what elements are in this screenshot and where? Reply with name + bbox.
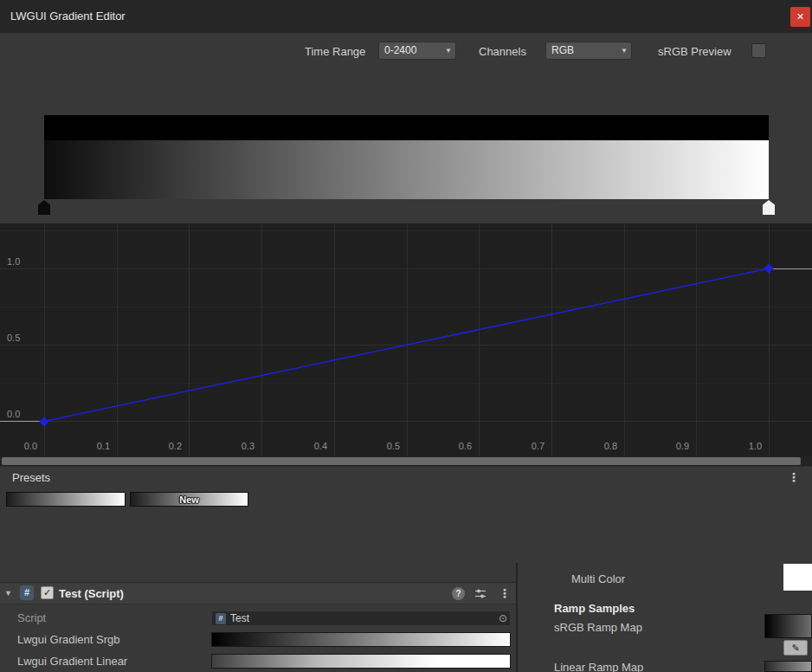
- csharp-script-icon: #: [20, 585, 34, 600]
- component-enabled-checkbox[interactable]: ✓: [41, 586, 54, 599]
- y-tick-label: 0.0: [7, 409, 33, 419]
- srgb-preview-checkbox[interactable]: [751, 43, 766, 58]
- x-tick-label: 0.2: [151, 441, 182, 451]
- preset-gradient-swatch[interactable]: [6, 492, 126, 507]
- x-tick-label: 0.6: [441, 441, 472, 451]
- x-tick-label: 1.0: [731, 441, 762, 451]
- channels-label: Channels: [479, 45, 526, 58]
- x-tick-label: 0.3: [223, 441, 255, 451]
- multi-color-label: Multi Color: [571, 572, 625, 585]
- time-range-value: 0-2400: [384, 44, 416, 56]
- help-icon[interactable]: ?: [452, 587, 465, 600]
- hscrollbar-thumb[interactable]: [2, 457, 801, 465]
- channels-dropdown[interactable]: RGB ▼: [545, 42, 632, 60]
- panel-divider[interactable]: [516, 563, 518, 672]
- x-tick-label: 0.0: [6, 441, 37, 451]
- close-button[interactable]: ×: [790, 7, 810, 27]
- presets-menu-button[interactable]: ⋮: [788, 470, 800, 484]
- x-tick-label: 0.9: [658, 441, 689, 451]
- x-tick-label: 0.8: [586, 441, 617, 451]
- srgb-ramp-label: sRGB Ramp Map: [554, 621, 642, 634]
- component-menu-icon[interactable]: ⋮: [499, 586, 511, 600]
- time-range-dropdown[interactable]: 0-2400 ▼: [378, 42, 456, 60]
- close-icon: ×: [796, 10, 803, 23]
- gradient-color-row[interactable]: [44, 140, 769, 199]
- gradient-srgb-swatch[interactable]: [211, 632, 511, 647]
- y-tick-label: 0.5: [7, 333, 33, 343]
- ramp-samples-label: Ramp Samples: [554, 602, 635, 615]
- multi-color-swatch[interactable]: [783, 564, 812, 591]
- object-picker-icon[interactable]: ⊙: [499, 611, 507, 625]
- dropdown-arrow-icon: ▼: [621, 43, 628, 59]
- gradient-linear-label: Lwgui Gradient Linear: [17, 655, 127, 668]
- window-title: LWGUI Gradient Editor: [10, 10, 126, 23]
- gradient-srgb-label: Lwgui Gradient Srgb: [17, 633, 120, 646]
- gradient-alpha-row[interactable]: [44, 115, 769, 140]
- time-range-label: Time Range: [305, 45, 365, 58]
- x-tick-label: 0.1: [79, 441, 110, 451]
- component-title: Test (Script): [59, 587, 124, 600]
- srgb-preview-label: sRGB Preview: [658, 45, 731, 58]
- grid-minor-lines: [0, 231, 812, 384]
- script-object-name: Test: [230, 612, 249, 624]
- gradient-preview[interactable]: [44, 115, 769, 199]
- title-bar[interactable]: LWGUI Gradient Editor ×: [0, 0, 812, 33]
- linear-ramp-label: Linear Ramp Map: [554, 661, 643, 672]
- foldout-icon[interactable]: ▼: [4, 589, 12, 598]
- presets-label: Presets: [12, 471, 50, 484]
- gradient-key-black[interactable]: [38, 200, 50, 215]
- curve-canvas[interactable]: 1.0 0.5 0.0 0.0 0.1 0.2 0.3 0.4 0.5 0.6 …: [0, 223, 812, 456]
- y-tick-label: 1.0: [7, 256, 33, 267]
- script-row-label: Script: [17, 611, 46, 624]
- presets-header: Presets ⋮: [0, 466, 812, 488]
- gradient-editor-window: LWGUI Gradient Editor × Time Range 0-240…: [0, 0, 812, 672]
- presets-icon[interactable]: [474, 588, 487, 599]
- curve-hscrollbar[interactable]: [0, 456, 812, 466]
- linear-ramp-swatch[interactable]: [764, 661, 812, 672]
- gradient-key-white[interactable]: [763, 200, 775, 215]
- preset-new-label: New: [179, 494, 199, 505]
- grid-major-lines: [0, 223, 812, 456]
- preset-new-button[interactable]: New: [130, 492, 248, 507]
- x-tick-label: 0.4: [296, 441, 327, 451]
- component-header[interactable]: ▼ # ✓ Test (Script) ? ⋮: [0, 582, 516, 604]
- script-file-icon: #: [216, 613, 226, 624]
- channels-value: RGB: [551, 44, 574, 56]
- x-tick-label: 0.5: [369, 441, 400, 451]
- srgb-ramp-swatch[interactable]: [764, 614, 812, 638]
- curve-plot: [0, 223, 812, 456]
- pencil-icon: ✎: [791, 643, 799, 653]
- gradient-linear-swatch[interactable]: [211, 654, 511, 669]
- x-tick-label: 0.7: [513, 441, 545, 451]
- ramp-edit-button[interactable]: ✎: [783, 640, 808, 656]
- dropdown-arrow-icon: ▼: [445, 43, 452, 59]
- script-object-field[interactable]: # Test ⊙: [211, 611, 511, 626]
